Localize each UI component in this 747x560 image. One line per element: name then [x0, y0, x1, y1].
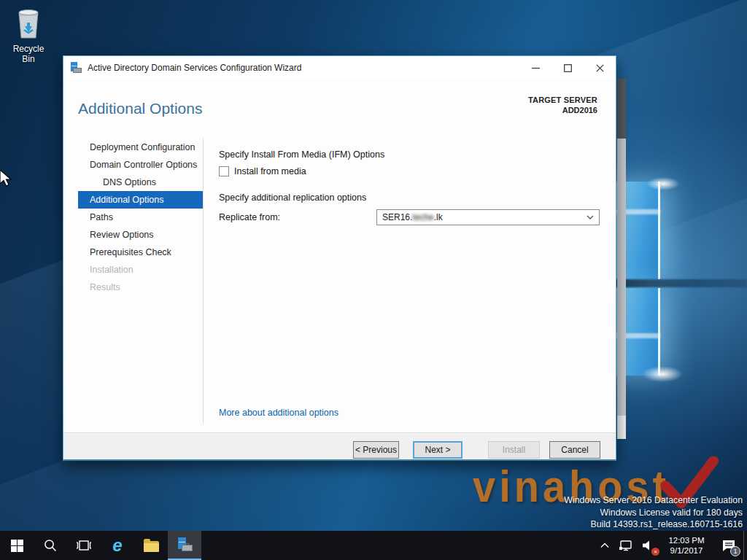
nav-item-deployment-configuration[interactable]: Deployment Configuration	[78, 139, 203, 156]
windows-logo-icon	[11, 540, 23, 552]
desktop: Recycle Bin Active Directory Domain Serv…	[0, 0, 747, 560]
action-center-button[interactable]: 1	[714, 531, 743, 560]
background-window-edge	[617, 79, 626, 439]
window-title: Active Directory Domain Services Configu…	[88, 63, 301, 73]
nav-item-domain-controller-options[interactable]: Domain Controller Options	[78, 156, 203, 174]
previous-button[interactable]: < Previous	[353, 441, 399, 459]
close-icon	[596, 64, 604, 72]
replication-section-heading: Specify additional replication options	[219, 192, 366, 203]
notification-count-badge: 1	[730, 546, 740, 556]
taskbar-clock[interactable]: 12:03 PM 9/1/2017	[659, 535, 714, 556]
taskbar: e	[0, 531, 747, 560]
server-manager-icon	[70, 62, 82, 74]
chevron-up-icon	[600, 542, 609, 548]
replicate-from-label: Replicate from:	[219, 212, 280, 222]
target-server-label: TARGET SERVER	[528, 96, 597, 104]
wallpaper-glow	[646, 177, 680, 190]
nav-item-paths[interactable]: Paths	[78, 209, 203, 226]
install-from-media-row: Install from media	[219, 166, 306, 176]
network-tray-button[interactable]	[615, 531, 637, 560]
license-line-2: Windows License valid for 180 days	[564, 507, 743, 519]
window-titlebar[interactable]: Active Directory Domain Services Configu…	[63, 56, 616, 79]
show-desktop-button[interactable]	[743, 531, 747, 560]
volume-muted-badge: ×	[651, 548, 659, 556]
license-watermark: Windows Server 2016 Datacenter Evaluatio…	[564, 494, 743, 531]
license-line-3: Build 14393.rs1_release.160715-1616	[564, 518, 743, 531]
server-manager-button[interactable]	[168, 531, 201, 560]
maximize-button[interactable]	[551, 56, 584, 79]
minimize-button[interactable]	[519, 56, 551, 79]
nav-item-installation: Installation	[78, 261, 203, 279]
redacted-text: teche	[412, 212, 433, 222]
show-hidden-icons-button[interactable]	[595, 531, 615, 560]
server-manager-icon	[177, 537, 193, 552]
task-view-icon	[76, 539, 92, 552]
recycle-bin[interactable]: Recycle Bin	[6, 6, 51, 64]
wizard-header: Additional Options TARGET SERVER ADD2016	[63, 79, 616, 135]
task-view-button[interactable]	[67, 531, 101, 560]
nav-item-results: Results	[78, 279, 203, 296]
nav-item-review-options[interactable]: Review Options	[78, 226, 203, 244]
more-about-additional-options-link[interactable]: More about additional options	[219, 408, 338, 418]
target-server-block: TARGET SERVER ADD2016	[528, 96, 597, 114]
cancel-button[interactable]: Cancel	[549, 441, 600, 459]
clock-time: 12:03 PM	[659, 535, 714, 545]
adds-configuration-wizard-window: Active Directory Domain Services Configu…	[63, 55, 616, 461]
page-title: Additional Options	[78, 100, 202, 117]
next-button[interactable]: Next >	[413, 441, 462, 459]
replicate-from-dropdown[interactable]: SER16.teche.lk	[376, 209, 600, 225]
nav-item-additional-options[interactable]: Additional Options	[78, 191, 203, 209]
nav-item-dns-options[interactable]: DNS Options	[78, 174, 203, 191]
nav-item-prerequisites-check[interactable]: Prerequisites Check	[78, 244, 203, 261]
internet-explorer-icon: e	[112, 538, 122, 553]
wallpaper-glow	[642, 366, 683, 382]
install-from-media-label[interactable]: Install from media	[234, 166, 306, 176]
minimize-icon	[532, 64, 540, 72]
nav-divider	[203, 138, 204, 424]
recycle-bin-label: Recycle Bin	[6, 44, 51, 64]
clock-date: 9/1/2017	[659, 545, 714, 556]
maximize-icon	[564, 64, 572, 72]
internet-explorer-button[interactable]: e	[101, 531, 134, 560]
ifm-section-heading: Specify Install From Media (IFM) Options	[219, 149, 384, 160]
chevron-down-icon	[587, 215, 594, 219]
file-explorer-icon	[144, 541, 159, 552]
file-explorer-button[interactable]	[134, 531, 168, 560]
replicate-from-value: SER16.teche.lk	[382, 212, 587, 222]
close-button[interactable]	[584, 56, 616, 79]
install-from-media-checkbox[interactable]	[219, 166, 229, 176]
license-line-1: Windows Server 2016 Datacenter Evaluatio…	[564, 494, 743, 507]
search-icon	[43, 538, 58, 553]
network-icon	[619, 539, 633, 552]
start-button[interactable]	[0, 531, 34, 560]
search-button[interactable]	[34, 531, 67, 560]
target-server-value: ADD2016	[528, 106, 597, 114]
mouse-cursor	[0, 169, 13, 188]
volume-tray-button[interactable]: ×	[637, 531, 659, 560]
install-button: Install	[488, 441, 540, 459]
recycle-bin-icon	[14, 6, 43, 39]
wizard-nav: Deployment Configuration Domain Controll…	[78, 139, 203, 296]
